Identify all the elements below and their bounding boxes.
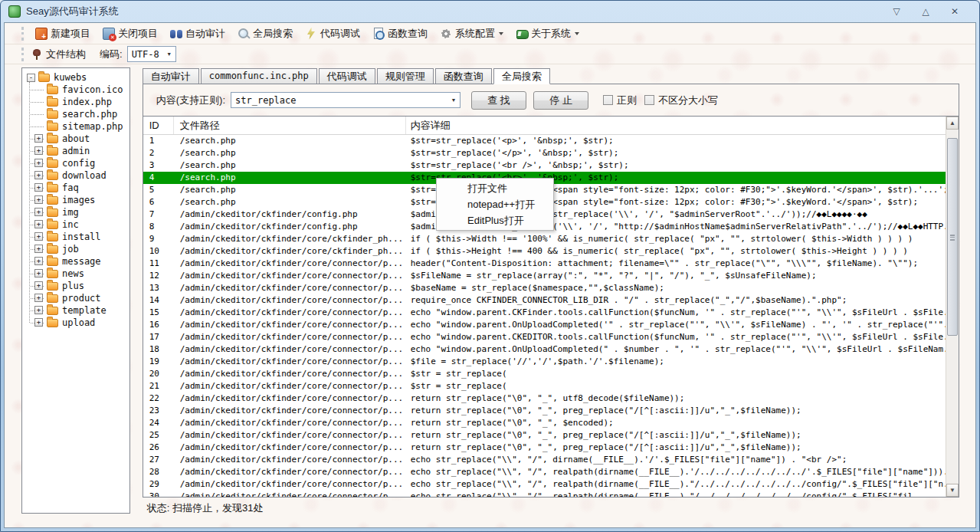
table-row[interactable]: 18/admin/ckeditor/ckfinder/core/connecto… (143, 343, 959, 356)
debug-button[interactable]: 代码调试 (300, 25, 365, 42)
folder-icon (47, 294, 58, 303)
vertical-scrollbar[interactable]: ▲ ▼ (946, 117, 959, 497)
table-row[interactable]: 20/admin/ckeditor/ckfinder/core/connecto… (143, 368, 959, 380)
tree-item-images[interactable]: +images (24, 194, 128, 206)
tree-item-upload[interactable]: +upload (24, 317, 128, 329)
collapse-expander-icon[interactable]: - (27, 74, 35, 82)
cell-path: /admin/ckeditor/ckfinder/core/ckfinder_p… (174, 245, 406, 258)
column-header-path[interactable]: 文件路径 (174, 117, 406, 134)
function-query-button[interactable]: 函数查询 (368, 25, 432, 42)
tree-item-label: install (62, 232, 101, 242)
expand-expander-icon[interactable]: + (34, 171, 43, 179)
table-row[interactable]: 26/admin/ckeditor/ckfinder/core/connecto… (143, 442, 959, 454)
tab-function-query[interactable]: 函数查询 (435, 68, 492, 84)
regex-checkbox[interactable] (603, 95, 613, 105)
tree-item-plus[interactable]: +plus (24, 280, 128, 292)
expand-expander-icon[interactable]: + (34, 245, 43, 253)
scroll-up-arrow[interactable]: ▲ (946, 117, 959, 130)
scroll-down-arrow[interactable]: ▼ (946, 484, 959, 497)
tree-item-news[interactable]: +news (24, 268, 128, 280)
expand-expander-icon[interactable]: + (34, 306, 43, 314)
find-button[interactable]: 查 找 (471, 91, 526, 110)
expand-expander-icon[interactable]: + (34, 134, 43, 143)
expand-expander-icon[interactable]: + (34, 232, 43, 241)
table-row[interactable]: 3/search.php$str=str_replace('<br />', '… (143, 159, 959, 172)
expand-expander-icon[interactable]: + (34, 208, 43, 216)
table-row[interactable]: 2/search.php$str=str_replace('</p>', '&n… (143, 147, 959, 159)
tree-item-install[interactable]: +install (24, 231, 128, 243)
tab-auto-audit[interactable]: 自动审计 (143, 68, 199, 84)
table-row[interactable]: 13/admin/ckeditor/ckfinder/core/connecto… (143, 282, 959, 294)
tree-item-product[interactable]: +product (24, 292, 128, 304)
table-row[interactable]: 9/admin/ckeditor/ckfinder/core/ckfinder_… (143, 233, 959, 245)
table-row[interactable]: 27/admin/ckeditor/ckfinder/core/connecto… (143, 454, 959, 466)
maximize-button[interactable]: △ (915, 6, 936, 17)
tree-item-favicon.ico[interactable]: favicon.ico (24, 84, 128, 96)
table-row[interactable]: 15/admin/ckeditor/ckfinder/core/connecto… (143, 307, 959, 319)
context-menu-editplus-open[interactable]: EditPlus打开 (437, 212, 553, 228)
table-row[interactable]: 28/admin/ckeditor/ckfinder/core/connecto… (143, 466, 959, 478)
table-row[interactable]: 17/admin/ckeditor/ckfinder/core/connecto… (143, 331, 959, 343)
expand-expander-icon[interactable]: + (34, 294, 43, 302)
tree-item-job[interactable]: +job (24, 243, 128, 255)
table-row[interactable]: 29/admin/ckeditor/ckfinder/core/connecto… (143, 478, 959, 491)
table-row[interactable]: 16/admin/ckeditor/ckfinder/core/connecto… (143, 319, 959, 331)
tree-item-index.php[interactable]: index.php (24, 96, 128, 108)
nocase-checkbox[interactable] (644, 95, 654, 105)
tree-item-admin[interactable]: +admin (24, 145, 128, 157)
cell-id: 15 (143, 307, 174, 319)
tree-item-search.php[interactable]: search.php (24, 108, 128, 120)
context-menu-open-file[interactable]: 打开文件 (437, 180, 553, 196)
tab-rule-manage[interactable]: 规则管理 (377, 68, 434, 84)
table-row[interactable]: 22/admin/ckeditor/ckfinder/core/connecto… (143, 392, 959, 405)
search-button[interactable]: 全局搜索 (233, 25, 297, 42)
tree-item-download[interactable]: +download (24, 169, 128, 182)
scrollbar-thumb[interactable] (947, 138, 958, 336)
expand-expander-icon[interactable]: + (34, 183, 43, 192)
expand-expander-icon[interactable]: + (34, 257, 43, 265)
new-project-button[interactable]: 新建项目 (31, 25, 95, 42)
table-row[interactable]: 24/admin/ckeditor/ckfinder/core/connecto… (143, 417, 959, 429)
tree-item-message[interactable]: +message (24, 255, 128, 268)
expand-expander-icon[interactable]: + (34, 318, 43, 327)
table-row[interactable]: 19/admin/ckeditor/ckfinder/core/connecto… (143, 356, 959, 368)
tree-item-config[interactable]: +config (24, 157, 128, 169)
expand-expander-icon[interactable]: + (34, 159, 43, 167)
expand-expander-icon[interactable]: + (34, 195, 43, 204)
expand-expander-icon[interactable]: + (34, 281, 43, 290)
table-row[interactable]: 1/search.php$str=str_replace('<p>', '&nb… (143, 135, 959, 147)
expand-expander-icon[interactable]: + (34, 220, 43, 228)
gear-button[interactable]: 系统配置 (435, 25, 508, 42)
column-header-id[interactable]: ID (143, 117, 174, 134)
tree-item-img[interactable]: +img (24, 206, 128, 218)
expand-expander-icon[interactable]: + (34, 146, 43, 155)
table-row[interactable]: 25/admin/ckeditor/ckfinder/core/connecto… (143, 429, 959, 442)
close-project-button[interactable]: 关闭项目 (98, 25, 162, 42)
tab-global-search[interactable]: 全局搜索 (493, 68, 550, 84)
expand-expander-icon[interactable]: + (34, 269, 43, 277)
binoculars-button[interactable]: 自动审计 (166, 25, 230, 42)
tree-item-template[interactable]: +template (24, 304, 128, 317)
tree-item-faq[interactable]: +faq (24, 182, 128, 194)
tree-item-kuwebs[interactable]: -kuwebs (24, 71, 128, 84)
table-row[interactable]: 21/admin/ckeditor/ckfinder/core/connecto… (143, 380, 959, 392)
close-button[interactable]: ✕ (944, 6, 965, 17)
tree-item-about[interactable]: +about (24, 133, 128, 145)
tree-item-inc[interactable]: +inc (24, 218, 128, 231)
context-menu-notepad-open[interactable]: notepad++打开 (437, 196, 553, 212)
tab-commonfunc-file[interactable]: commonfunc.inc.php (201, 68, 317, 84)
table-row[interactable]: 30/admin/ckeditor/ckfinder/core/connecto… (143, 491, 959, 497)
table-row[interactable]: 23/admin/ckeditor/ckfinder/core/connecto… (143, 405, 959, 417)
column-header-content[interactable]: 内容详细 (406, 117, 959, 134)
table-row[interactable]: 14/admin/ckeditor/ckfinder/core/connecto… (143, 294, 959, 307)
table-row[interactable]: 11/admin/ckeditor/ckfinder/core/connecto… (143, 258, 959, 270)
book-button[interactable]: 关于系统 (511, 25, 584, 42)
minimize-button[interactable]: ▽ (886, 6, 907, 17)
stop-button[interactable]: 停 止 (533, 91, 588, 110)
table-row[interactable]: 10/admin/ckeditor/ckfinder/core/ckfinder… (143, 245, 959, 258)
tab-code-debug[interactable]: 代码调试 (319, 68, 375, 84)
tree-item-sitemap.php[interactable]: sitemap.php (24, 120, 128, 133)
table-row[interactable]: 12/admin/ckeditor/ckfinder/core/connecto… (143, 270, 959, 282)
search-input[interactable]: str_replace ▼ (231, 92, 461, 108)
encoding-select[interactable]: UTF-8 ▼ (127, 46, 176, 62)
